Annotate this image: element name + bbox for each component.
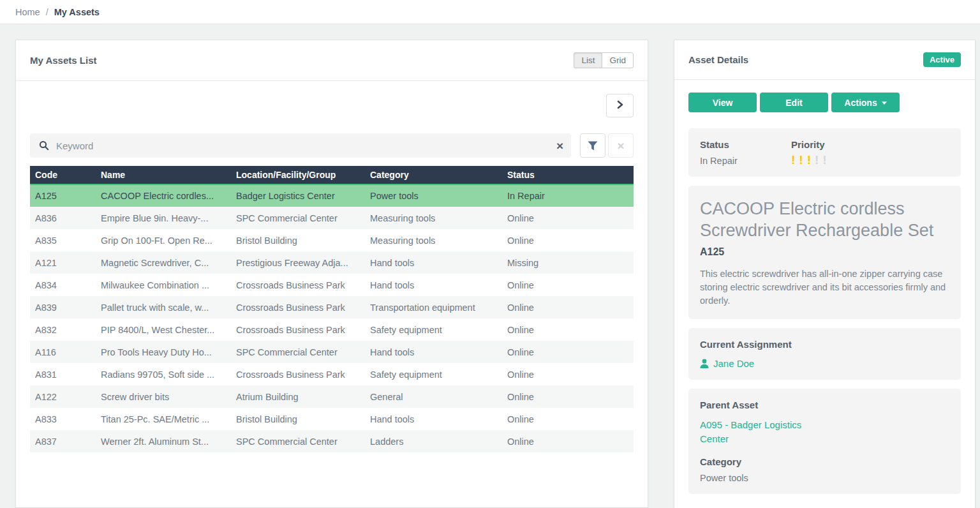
view-button[interactable]: View — [688, 93, 757, 112]
cell-status: Online — [502, 408, 634, 430]
clear-search-icon[interactable]: × — [556, 140, 563, 152]
cell-status: In Repair — [502, 184, 634, 207]
cell-name: Werner 2ft. Aluminum St... — [96, 430, 231, 452]
cell-code: A122 — [30, 385, 96, 408]
user-icon — [700, 359, 709, 368]
cell-code: A125 — [30, 184, 96, 207]
cell-category: Power tools — [365, 184, 502, 207]
cell-code: A121 — [30, 251, 96, 274]
cell-status: Online — [502, 363, 634, 385]
cell-location: Atrium Building — [231, 385, 365, 408]
asset-name: CACOOP Electric cordless Screwdriver Rec… — [700, 198, 949, 242]
search-input[interactable] — [55, 140, 556, 152]
edit-button[interactable]: Edit — [760, 93, 828, 112]
cell-status: Online — [502, 274, 634, 296]
assets-list-title: My Assets List — [30, 55, 96, 66]
table-row[interactable]: A122Screw driver bitsAtrium BuildingGene… — [30, 385, 634, 408]
current-assignment-label: Current Assignment — [700, 339, 949, 350]
table-row[interactable]: A121Magnetic Screwdriver, C...Prestigiou… — [30, 251, 634, 274]
parent-asset-link[interactable]: A095 - Badger Logistics Center — [700, 418, 824, 447]
priority-mark-active: ! — [799, 153, 806, 167]
cell-code: A832 — [30, 318, 96, 341]
cell-name: PIP 8400/L, West Chester... — [96, 318, 231, 341]
table-row[interactable]: A839Pallet truck with scale, w...Crossro… — [30, 296, 634, 318]
cell-category: Transportation equipment — [365, 296, 502, 318]
cell-status: Online — [502, 296, 634, 318]
search-box: × — [30, 133, 571, 158]
cell-category: Ladders — [365, 430, 502, 452]
cell-status: Online — [502, 229, 634, 251]
table-row[interactable]: A831Radians 99705, Soft side ...Crossroa… — [30, 363, 634, 385]
parent-asset-card: Parent Asset A095 - Badger Logistics Cen… — [688, 389, 961, 494]
actions-button-label: Actions — [844, 98, 877, 108]
column-header-location[interactable]: Location/Facility/Group — [231, 166, 365, 184]
chevron-right-icon — [616, 100, 625, 112]
cell-location: Crossroads Business Park — [231, 296, 365, 318]
category-label: Category — [700, 456, 949, 467]
cell-name: Empire Blue 9in. Heavy-... — [96, 207, 231, 229]
clear-filter-icon: × — [617, 140, 624, 152]
cell-name: Titan 25-Pc. SAE/Metric ... — [96, 408, 231, 430]
cell-status: Online — [502, 341, 634, 363]
cell-category: Measuring tools — [365, 207, 502, 229]
cell-location: Prestigious Freeway Adja... — [231, 251, 365, 274]
table-row[interactable]: A125CACOOP Electric cordles...Badger Log… — [30, 184, 634, 207]
column-header-code[interactable]: Code — [30, 166, 96, 184]
breadcrumb-home-link[interactable]: Home — [15, 7, 40, 17]
table-row[interactable]: A836Empire Blue 9in. Heavy-...SPC Commer… — [30, 207, 634, 229]
status-priority-card: Status In Repair Priority !!!!! — [688, 128, 961, 177]
asset-description: This electric screwdriver has all-in-one… — [700, 267, 949, 308]
cell-location: SPC Commercial Center — [231, 341, 365, 363]
cell-location: Crossroads Business Park — [231, 274, 365, 296]
grid-view-button[interactable]: Grid — [602, 52, 634, 68]
breadcrumb: Home / My Assets — [0, 0, 980, 24]
cell-location: Crossroads Business Park — [231, 318, 365, 341]
breadcrumb-separator: / — [46, 7, 48, 17]
clear-filter-button[interactable]: × — [608, 133, 634, 158]
cell-name: Pro Tools Heavy Duty Ho... — [96, 341, 231, 363]
status-label: Status — [700, 139, 791, 150]
cell-status: Online — [502, 318, 634, 341]
table-row[interactable]: A116Pro Tools Heavy Duty Ho...SPC Commer… — [30, 341, 634, 363]
cell-category: General — [365, 385, 502, 408]
cell-category: Hand tools — [365, 251, 502, 274]
priority-mark-inactive: ! — [822, 153, 830, 167]
cell-location: SPC Commercial Center — [231, 430, 365, 452]
asset-details-panel: Asset Details Active View Edit Actions S… — [674, 40, 976, 508]
table-row[interactable]: A833Titan 25-Pc. SAE/Metric ...Bristol B… — [30, 408, 634, 430]
cell-category: Hand tools — [365, 341, 502, 363]
column-header-category[interactable]: Category — [365, 166, 502, 184]
actions-dropdown-button[interactable]: Actions — [831, 93, 900, 112]
table-row[interactable]: A832PIP 8400/L, West Chester...Crossroad… — [30, 318, 634, 341]
column-header-status[interactable]: Status — [502, 166, 634, 184]
priority-mark-active: ! — [807, 153, 815, 167]
assignee-link[interactable]: Jane Doe — [713, 358, 754, 369]
cell-code: A834 — [30, 274, 96, 296]
collapse-panel-button[interactable] — [606, 94, 634, 117]
cell-status: Online — [502, 207, 634, 229]
cell-location: Bristol Building — [231, 229, 365, 251]
parent-asset-label: Parent Asset — [700, 400, 949, 410]
list-view-button[interactable]: List — [574, 52, 602, 68]
cell-code: A833 — [30, 408, 96, 430]
assets-table: Code Name Location/Facility/Group Catego… — [30, 166, 634, 452]
search-icon — [39, 140, 49, 151]
table-row[interactable]: A834Milwaukee Combination ...Crossroads … — [30, 274, 634, 296]
caret-down-icon — [882, 101, 887, 105]
table-row[interactable]: A835Grip On 100-Ft. Open Re...Bristol Bu… — [30, 229, 634, 251]
cell-name: Pallet truck with scale, w... — [96, 296, 231, 318]
column-header-name[interactable]: Name — [96, 166, 231, 184]
cell-status: Online — [502, 430, 634, 452]
cell-category: Measuring tools — [365, 229, 502, 251]
cell-name: Milwaukee Combination ... — [96, 274, 231, 296]
cell-name: Grip On 100-Ft. Open Re... — [96, 229, 231, 251]
cell-name: Screw driver bits — [96, 385, 231, 408]
priority-label: Priority — [791, 139, 831, 150]
cell-code: A835 — [30, 229, 96, 251]
status-value: In Repair — [700, 156, 791, 166]
filter-button[interactable] — [580, 133, 605, 158]
cell-status: Online — [502, 385, 634, 408]
cell-name: Magnetic Screwdriver, C... — [96, 251, 231, 274]
filter-funnel-icon — [588, 141, 598, 151]
table-row[interactable]: A837Werner 2ft. Aluminum St...SPC Commer… — [30, 430, 634, 452]
